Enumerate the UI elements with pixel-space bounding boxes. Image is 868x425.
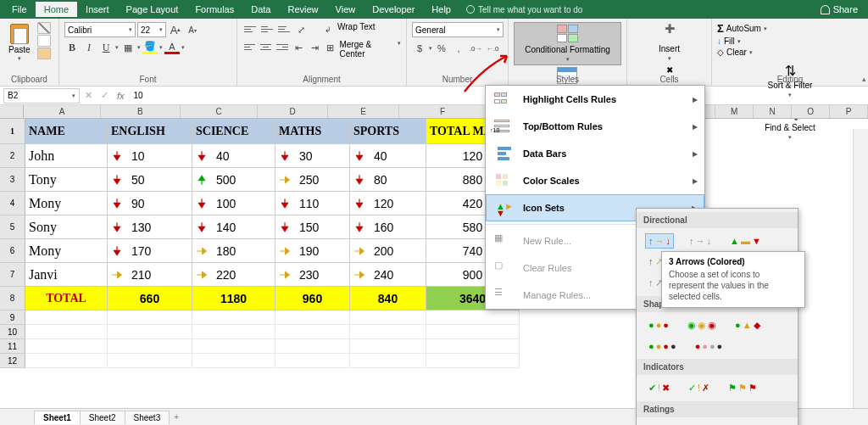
orientation-icon[interactable]: ⤢ xyxy=(293,22,309,37)
cell[interactable] xyxy=(426,310,520,325)
increase-decimal-icon[interactable]: .0→ xyxy=(468,41,483,56)
align-left-icon[interactable] xyxy=(242,40,257,53)
enter-icon[interactable]: ✓ xyxy=(101,90,108,101)
cell[interactable]: 180 xyxy=(192,239,275,263)
cell[interactable] xyxy=(108,325,192,339)
sheet-tab[interactable]: Sheet2 xyxy=(80,411,125,424)
increase-indent-icon[interactable]: ⇥ xyxy=(308,40,322,55)
collapse-ribbon-icon[interactable]: ▴ xyxy=(862,75,866,83)
cell[interactable] xyxy=(192,339,275,354)
iconset-3-triangles[interactable]: ▲▬▼ xyxy=(726,233,765,249)
row-header[interactable]: 10 xyxy=(0,325,25,339)
tab-file[interactable]: File xyxy=(3,2,36,17)
row-header[interactable]: 4 xyxy=(0,192,25,215)
cell[interactable]: 130 xyxy=(108,215,192,239)
tab-insert[interactable]: Insert xyxy=(77,2,118,17)
fill-color-button[interactable]: 🪣 xyxy=(142,42,158,54)
cell[interactable]: 160 xyxy=(350,215,426,239)
cell[interactable] xyxy=(426,354,520,368)
iconset-3-traffic-lights-rimmed[interactable]: ◉◉◉ xyxy=(684,317,720,333)
increase-font-icon[interactable]: A▴ xyxy=(168,22,183,37)
cell[interactable]: Sony xyxy=(25,215,108,239)
percent-format-icon[interactable]: % xyxy=(434,41,449,56)
cell[interactable]: 120 xyxy=(350,192,426,215)
cell[interactable]: 840 xyxy=(350,287,426,310)
row-header[interactable]: 6 xyxy=(0,239,25,263)
iconset-3-symbols-circled[interactable]: ✔!✖ xyxy=(645,380,673,396)
cell[interactable]: 190 xyxy=(275,239,350,263)
clear-button[interactable]: ◇Clear▾ xyxy=(717,48,863,57)
cell[interactable] xyxy=(275,310,350,325)
cell[interactable]: 110 xyxy=(275,192,350,215)
cell[interactable] xyxy=(108,339,192,354)
cell[interactable]: 660 xyxy=(108,287,192,310)
col-header-O[interactable]: O xyxy=(792,105,830,118)
cell[interactable]: 40 xyxy=(350,144,426,168)
col-header-F[interactable]: F xyxy=(399,105,487,118)
row-header[interactable]: 7 xyxy=(0,263,25,287)
cell[interactable] xyxy=(25,354,108,368)
cell[interactable] xyxy=(426,325,520,339)
iconset-3-flags[interactable]: ⚑⚑⚑ xyxy=(725,380,760,396)
cell[interactable]: NAME xyxy=(25,119,108,144)
cancel-icon[interactable]: ✕ xyxy=(85,90,92,101)
cell[interactable] xyxy=(108,310,192,325)
cell[interactable]: 100 xyxy=(192,192,275,215)
iconset-3-traffic-lights-unrimmed[interactable]: ●●● xyxy=(645,317,672,333)
cell[interactable]: 1180 xyxy=(192,287,275,310)
menu-top-bottom-rules[interactable]: ↑10 Top/Bottom Rules▶ xyxy=(486,113,704,140)
italic-button[interactable]: I xyxy=(81,40,97,55)
tab-home[interactable]: Home xyxy=(36,2,77,17)
select-all-corner[interactable] xyxy=(0,105,24,118)
wrap-text-icon[interactable]: ↲ xyxy=(320,22,336,37)
cell[interactable] xyxy=(275,325,350,339)
cell[interactable]: 50 xyxy=(108,168,192,192)
row-header[interactable]: 12 xyxy=(0,354,25,368)
tab-formulas[interactable]: Formulas xyxy=(186,2,242,17)
cell[interactable]: 220 xyxy=(192,263,275,287)
tab-view[interactable]: View xyxy=(327,2,364,17)
cell[interactable]: SCIENCE xyxy=(192,119,275,144)
row-header[interactable]: 9 xyxy=(0,310,25,325)
align-middle-icon[interactable] xyxy=(259,22,275,36)
tab-page-layout[interactable]: Page Layout xyxy=(118,2,187,17)
row-header[interactable]: 11 xyxy=(0,339,25,354)
cell[interactable]: MATHS xyxy=(275,119,350,144)
font-name-select[interactable]: Calibri▾ xyxy=(64,22,136,37)
decrease-indent-icon[interactable]: ⇤ xyxy=(292,40,306,55)
cell[interactable] xyxy=(25,339,108,354)
cell[interactable] xyxy=(25,325,108,339)
tab-developer[interactable]: Developer xyxy=(364,2,423,17)
cell[interactable]: 960 xyxy=(275,287,350,310)
autosum-button[interactable]: ΣAutoSum▾ xyxy=(717,22,863,35)
cell[interactable] xyxy=(25,310,108,325)
cell[interactable]: 200 xyxy=(350,239,426,263)
tab-data[interactable]: Data xyxy=(242,2,279,17)
row-header[interactable]: 5 xyxy=(0,215,25,239)
iconset-4-traffic-lights[interactable]: ●●●● xyxy=(645,338,680,354)
align-top-icon[interactable] xyxy=(242,22,258,36)
cell[interactable]: 80 xyxy=(350,168,426,192)
row-header[interactable]: 2 xyxy=(0,144,25,168)
cell[interactable]: John xyxy=(25,144,108,168)
cell[interactable]: 170 xyxy=(108,239,192,263)
tab-review[interactable]: Review xyxy=(279,2,326,17)
cell[interactable]: 230 xyxy=(275,263,350,287)
cell[interactable] xyxy=(426,339,520,354)
fx-icon[interactable]: fx xyxy=(117,91,125,101)
cell[interactable]: Mony xyxy=(25,239,108,263)
share-button[interactable]: Share xyxy=(814,4,865,14)
name-box[interactable]: B2▾ xyxy=(3,88,80,103)
cell[interactable]: Janvi xyxy=(25,263,108,287)
cell[interactable]: ENGLISH xyxy=(108,119,192,144)
number-format-select[interactable]: General▾ xyxy=(412,22,504,37)
cell[interactable]: 210 xyxy=(108,263,192,287)
col-header-M[interactable]: M xyxy=(715,105,754,118)
iconset-3-arrows-colored[interactable]: ↑→↓ xyxy=(645,233,674,249)
iconset-red-to-black[interactable]: ●●●● xyxy=(692,338,726,354)
font-color-button[interactable]: A xyxy=(164,42,180,54)
cell[interactable]: 150 xyxy=(275,215,350,239)
row-header[interactable]: 3 xyxy=(0,168,25,192)
decrease-font-icon[interactable]: A▾ xyxy=(185,22,200,37)
tell-me-search[interactable]: Tell me what you want to do xyxy=(466,5,582,14)
